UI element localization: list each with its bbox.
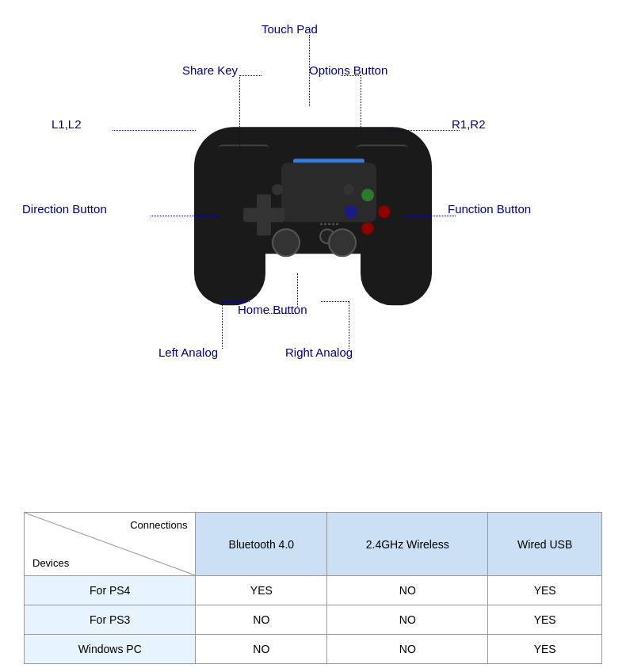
data-cell: YES — [488, 605, 602, 635]
label-right-analog: Right Analog — [285, 346, 353, 359]
line-options-v — [361, 75, 361, 135]
device-cell: For PS4 — [25, 576, 196, 605]
label-function: Function Button — [448, 202, 531, 216]
label-share: Share Key — [182, 63, 238, 77]
device-cell: For PS3 — [25, 605, 196, 635]
left-analog-stick — [272, 228, 300, 257]
diagonal-header: Connections Devices — [25, 513, 196, 576]
r1-button — [357, 144, 408, 155]
cross-button — [361, 222, 374, 235]
line-l1l2 — [113, 130, 196, 131]
device-cell: Windows PC — [25, 635, 196, 664]
data-cell: YES — [488, 576, 602, 605]
col-header-wired: Wired USB — [488, 513, 602, 576]
l1-button — [218, 144, 269, 155]
compatibility-table-area: Connections Devices Bluetooth 4.0 2.4GHz… — [0, 504, 626, 672]
data-cell: YES — [196, 576, 327, 605]
label-l1l2: L1,L2 — [52, 117, 82, 131]
line-left-analog-v — [222, 301, 223, 349]
label-r1r2: R1,R2 — [452, 117, 486, 131]
controller-body — [194, 127, 432, 254]
table-row: For PS3NONOYES — [25, 605, 602, 635]
label-left-analog: Left Analog — [158, 346, 218, 359]
line-home-h — [269, 313, 297, 314]
triangle-button — [361, 189, 374, 201]
line-r1r2 — [388, 130, 460, 131]
controller-image — [178, 103, 448, 309]
share-button — [272, 184, 283, 195]
face-buttons — [345, 189, 391, 235]
controller-diagram: Touch Pad Share Key Options Button L1,L2… — [0, 0, 626, 404]
data-cell: NO — [196, 635, 327, 664]
data-cell: NO — [327, 635, 488, 664]
col-header-wireless: 2.4GHz Wireless — [327, 513, 488, 576]
speaker — [313, 220, 345, 227]
line-right-analog-h — [321, 301, 349, 302]
line-options-h — [341, 75, 361, 76]
data-cell: NO — [327, 576, 488, 605]
label-touchpad: Touch Pad — [261, 22, 318, 36]
line-left-analog-h — [222, 301, 250, 302]
col-header-bluetooth: Bluetooth 4.0 — [196, 513, 327, 576]
dpad — [243, 194, 284, 235]
right-analog-stick — [328, 228, 357, 257]
line-share-h — [239, 75, 261, 76]
label-direction: Direction Button — [22, 202, 107, 216]
connections-label: Connections — [130, 519, 187, 531]
data-cell: YES — [488, 635, 602, 664]
circle-button — [378, 205, 391, 218]
line-function — [404, 216, 456, 216]
line-home-v — [297, 273, 298, 307]
table-row: For PS4YESNOYES — [25, 576, 602, 605]
line-direction — [151, 216, 218, 216]
line-touchpad — [309, 35, 310, 106]
line-share-v — [239, 75, 240, 151]
line-right-analog-v — [349, 301, 349, 349]
data-cell: NO — [327, 605, 488, 635]
compatibility-table: Connections Devices Bluetooth 4.0 2.4GHz… — [24, 512, 602, 664]
square-button — [345, 205, 357, 218]
data-cell: NO — [196, 605, 327, 635]
devices-label: Devices — [32, 557, 69, 569]
table-row: Windows PCNONOYES — [25, 635, 602, 664]
options-button — [343, 184, 354, 195]
